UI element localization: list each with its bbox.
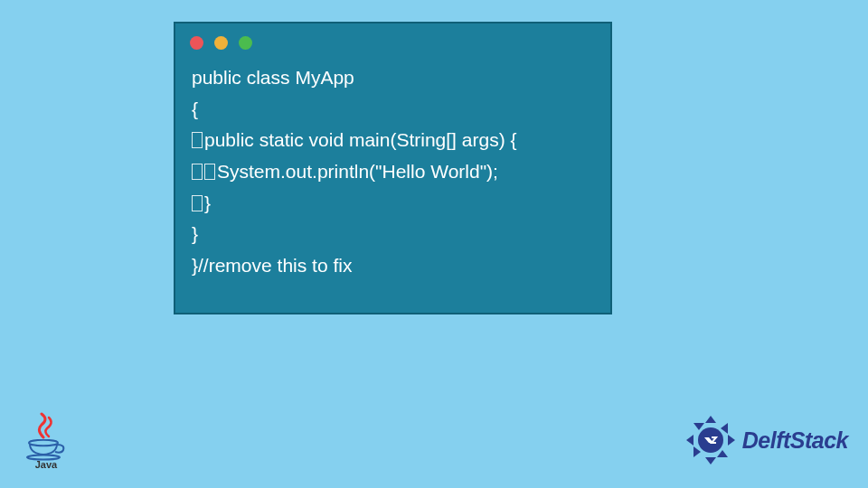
tab-glyph-icon — [192, 132, 203, 148]
close-icon — [190, 36, 203, 50]
svg-marker-8 — [686, 435, 693, 446]
svg-marker-2 — [705, 416, 716, 423]
code-line: } — [192, 223, 198, 244]
svg-marker-3 — [721, 423, 728, 434]
java-logo: Java — [25, 412, 67, 470]
code-line: }//remove this to fix — [192, 255, 352, 276]
delftstack-badge-icon — [684, 414, 737, 466]
minimize-icon — [214, 36, 228, 50]
svg-marker-9 — [693, 423, 704, 430]
code-block: public class MyApp { public static void … — [175, 59, 610, 296]
maximize-icon — [239, 36, 252, 50]
code-line: System.out.println("Hello World"); — [217, 161, 498, 182]
java-cup-icon — [25, 439, 67, 461]
svg-marker-4 — [728, 435, 735, 446]
window-controls — [175, 23, 610, 59]
code-line: { — [192, 99, 198, 119]
tab-glyph-icon — [204, 164, 215, 180]
delftstack-label: DelftStack — [742, 427, 848, 454]
code-window: public class MyApp { public static void … — [174, 22, 612, 314]
code-line: } — [204, 192, 211, 213]
svg-marker-6 — [705, 457, 716, 465]
code-line: public static void main(String[] args) { — [204, 129, 516, 150]
svg-marker-5 — [717, 450, 728, 457]
tab-glyph-icon — [192, 195, 203, 211]
tab-glyph-icon — [192, 164, 203, 180]
code-line: public class MyApp — [192, 67, 354, 88]
java-label: Java — [25, 459, 67, 470]
delftstack-logo: DelftStack — [684, 414, 848, 466]
svg-point-0 — [29, 440, 58, 446]
svg-marker-7 — [693, 446, 701, 457]
java-steam-icon — [25, 412, 67, 439]
